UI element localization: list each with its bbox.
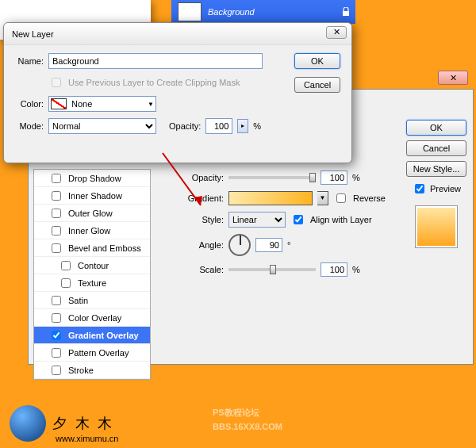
style-label: Stroke [68,366,94,375]
style-label: Inner Glow [68,226,110,235]
angle-field[interactable] [255,238,282,252]
style-checkbox[interactable] [52,296,61,305]
style-item-stroke[interactable]: Stroke [34,362,150,379]
color-combo[interactable]: None ▼ [48,96,156,112]
ls-cancel-button[interactable]: Cancel [406,140,466,156]
opacity-slider[interactable] [228,176,316,179]
dialog-title: New Layer [12,29,54,39]
name-field[interactable] [48,53,263,69]
dialog-titlebar[interactable]: New Layer ✕ [4,23,351,45]
align-label: Align with Layer [310,215,372,224]
color-value: None [71,99,148,109]
chevron-down-icon: ▼ [148,101,154,108]
new-style-button[interactable]: New Style... [406,161,466,177]
scale-slider[interactable] [228,268,316,271]
style-label: Contour [78,261,109,270]
gradient-label: Gradient: [179,193,224,203]
style-item-satin[interactable]: Satin [34,292,150,309]
gradient-preview[interactable] [228,191,313,205]
style-checkbox[interactable] [52,366,61,375]
mode-label: Mode: [13,121,44,131]
gradient-overlay-panel: Opacity: % Gradient: ▼ Reverse Style: Li… [179,170,425,283]
style-label: Satin [68,296,88,305]
brand-text: 夕 木 木 [52,414,114,433]
style-label: Gradient Overlay [68,331,139,340]
percent-sign-2: % [352,265,360,274]
style-checkbox[interactable] [52,313,61,323]
cancel-button[interactable]: Cancel [294,77,340,93]
watermark-forum: PS教程论坛 BBS.16XX8.COM [213,405,282,434]
preview-label: Preview [430,184,461,193]
style-checkbox[interactable] [52,226,61,235]
lock-icon [341,7,351,17]
reverse-checkbox[interactable] [336,193,346,203]
preview-swatch [415,205,458,248]
style-item-drop-shadow[interactable]: Drop Shadow [34,170,150,187]
ok-button[interactable]: OK [294,53,340,69]
style-label: Outer Glow [68,209,113,218]
style-label: Color Overlay [68,313,121,323]
style-checkbox[interactable] [61,278,71,288]
scale-field[interactable] [321,262,347,277]
logo-icon [10,405,46,442]
style-item-inner-shadow[interactable]: Inner Shadow [34,187,150,205]
preview-toggle[interactable]: Preview [412,182,461,196]
svg-rect-0 [343,11,349,16]
angle-dial[interactable] [228,234,251,256]
style-label: Inner Shadow [68,191,122,201]
angle-label: Angle: [179,240,224,250]
percent-sign: % [253,121,261,131]
dialog-close-button[interactable]: ✕ [438,71,468,85]
opacity-field[interactable] [205,118,232,134]
gradient-dropdown-arrow[interactable]: ▼ [317,191,328,205]
layer-style-buttons: OK Cancel New Style... Preview [405,120,468,248]
clipping-label: Use Previous Layer to Create Clipping Ma… [68,78,240,87]
style-item-contour[interactable]: Contour [34,257,150,274]
style-item-inner-glow[interactable]: Inner Glow [34,222,150,239]
wm-line1: PS教程论坛 [213,405,282,419]
style-checkbox[interactable] [52,331,61,340]
style-checkbox[interactable] [52,348,61,358]
name-label: Name: [13,56,44,66]
style-checkbox[interactable] [52,174,61,183]
layer-thumbnail [178,2,202,21]
style-item-bevel-and-emboss[interactable]: Bevel and Emboss [34,239,150,257]
style-item-color-overlay[interactable]: Color Overlay [34,309,150,327]
opacity-label: Opacity: [169,121,201,131]
style-item-gradient-overlay[interactable]: Gradient Overlay [34,327,150,344]
layer-name: Background [208,7,255,17]
style-checkbox[interactable] [52,209,61,218]
style-label: Bevel and Emboss [68,243,141,253]
dialog-button-column: OK Cancel [294,53,344,93]
preview-checkbox[interactable] [415,184,424,193]
color-label: Color: [13,99,44,109]
ls-ok-button[interactable]: OK [406,120,466,136]
style-checkbox[interactable] [61,261,71,270]
align-checkbox[interactable] [294,215,303,224]
style-item-outer-glow[interactable]: Outer Glow [34,205,150,222]
new-layer-dialog: New Layer ✕ Name: Use Previous Layer to … [3,22,352,163]
style-item-texture[interactable]: Texture [34,274,150,292]
style-combo[interactable]: Linear [228,212,286,228]
style-label: Drop Shadow [68,174,121,183]
style-label: Style: [179,215,224,224]
scale-label: Scale: [179,265,224,274]
color-swatch-none [51,98,67,109]
close-icon[interactable]: ✕ [326,26,347,39]
style-list: Drop ShadowInner ShadowOuter GlowInner G… [33,169,151,380]
style-label: Texture [78,278,106,288]
style-checkbox[interactable] [52,243,61,253]
mode-combo[interactable]: Normal [48,118,156,134]
layers-panel-row[interactable]: Background [171,0,355,24]
brand-url: www.ximumu.cn [56,434,118,443]
opacity-flyout-arrow[interactable]: ▸ [237,119,248,133]
wm-line2: BBS.16XX8.COM [213,419,282,434]
clipping-checkbox [52,78,61,87]
style-checkbox[interactable] [52,191,61,201]
style-item-pattern-overlay[interactable]: Pattern Overlay [34,344,150,362]
percent-sign: % [352,173,360,182]
degree-sign: ° [287,240,290,250]
opacity-label: Opacity: [179,173,224,182]
opacity-field[interactable] [321,170,347,185]
style-label: Pattern Overlay [68,348,129,358]
